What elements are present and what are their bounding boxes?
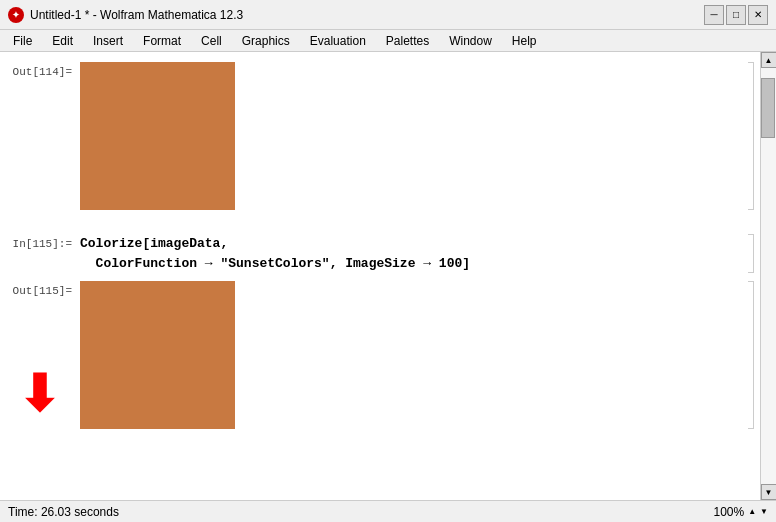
menu-window[interactable]: Window [440, 31, 501, 51]
spacer [0, 218, 760, 234]
zoom-control[interactable]: 100% ▲ ▼ [713, 505, 768, 519]
menu-edit[interactable]: Edit [43, 31, 82, 51]
menu-palettes[interactable]: Palettes [377, 31, 438, 51]
menu-help[interactable]: Help [503, 31, 546, 51]
bracket-in115 [748, 234, 760, 273]
title-bar-controls: ─ □ ✕ [704, 5, 768, 25]
scroll-down-arrow[interactable]: ▼ [761, 484, 777, 500]
red-arrow-indicator: ⬇ [18, 369, 60, 419]
cell-label-out114: Out[114]= [0, 62, 80, 210]
output-image-115[interactable] [80, 281, 235, 429]
output-image-114[interactable] [80, 62, 235, 210]
menu-format[interactable]: Format [134, 31, 190, 51]
cell-in115: In[115]:= Colorize[imageData, ColorFunct… [0, 234, 760, 273]
main-content: Out[114]= In[115]:= Colorize[imageData, … [0, 52, 776, 500]
cell-out114: Out[114]= [0, 62, 760, 210]
menu-file[interactable]: File [4, 31, 41, 51]
bracket-out115 [748, 281, 760, 429]
menu-evaluation[interactable]: Evaluation [301, 31, 375, 51]
status-bar: Time: 26.03 seconds 100% ▲ ▼ [0, 500, 776, 522]
zoom-value: 100% [713, 505, 744, 519]
status-text: Time: 26.03 seconds [8, 505, 119, 519]
cell-label-in115: In[115]:= [0, 234, 80, 273]
close-button[interactable]: ✕ [748, 5, 768, 25]
cell-content-out114 [80, 62, 748, 210]
code-text-115[interactable]: Colorize[imageData, ColorFunction → "Sun… [80, 234, 718, 273]
scrollbar[interactable]: ▲ ▼ [760, 52, 776, 500]
menu-insert[interactable]: Insert [84, 31, 132, 51]
menu-cell[interactable]: Cell [192, 31, 231, 51]
scroll-track[interactable] [761, 68, 776, 484]
zoom-up-arrow[interactable]: ▲ [748, 507, 756, 516]
cell-out115: Out[115]= ⬇ [0, 281, 760, 429]
maximize-button[interactable]: □ [726, 5, 746, 25]
cell-content-in115[interactable]: Colorize[imageData, ColorFunction → "Sun… [80, 234, 748, 273]
zoom-down-arrow[interactable]: ▼ [760, 507, 768, 516]
cell-content-out115: ⬇ [80, 281, 748, 429]
title-bar: ✦ Untitled-1 * - Wolfram Mathematica 12.… [0, 0, 776, 30]
title-bar-left: ✦ Untitled-1 * - Wolfram Mathematica 12.… [8, 7, 243, 23]
scroll-thumb[interactable] [761, 78, 775, 138]
title-bar-text: Untitled-1 * - Wolfram Mathematica 12.3 [30, 8, 243, 22]
scroll-up-arrow[interactable]: ▲ [761, 52, 777, 68]
menu-graphics[interactable]: Graphics [233, 31, 299, 51]
app-logo: ✦ [8, 7, 24, 23]
menu-bar: File Edit Insert Format Cell Graphics Ev… [0, 30, 776, 52]
bracket-out114 [748, 62, 760, 210]
minimize-button[interactable]: ─ [704, 5, 724, 25]
notebook-area[interactable]: Out[114]= In[115]:= Colorize[imageData, … [0, 52, 760, 500]
